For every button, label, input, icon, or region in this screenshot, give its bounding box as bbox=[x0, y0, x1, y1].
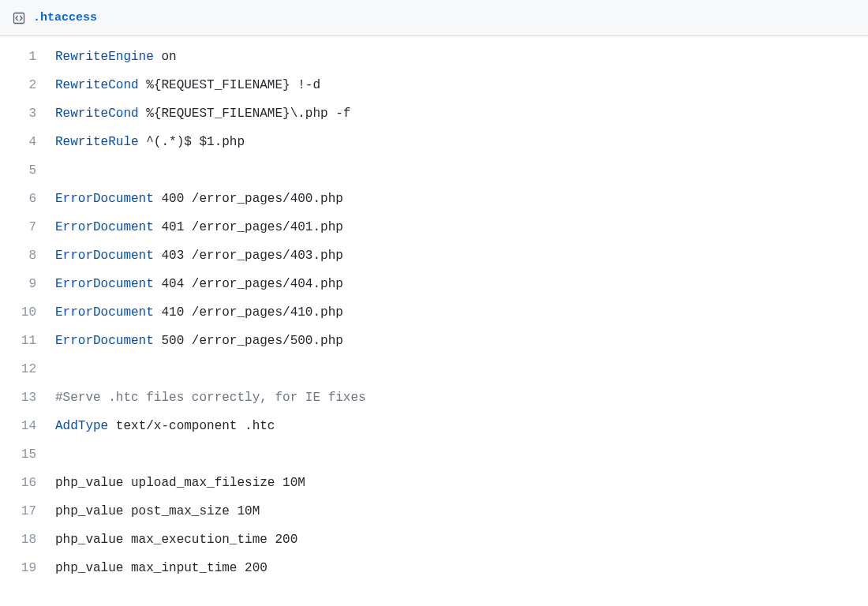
code-content[interactable]: RewriteEngine on bbox=[55, 43, 868, 71]
line-number[interactable]: 18 bbox=[0, 526, 55, 554]
code-line: 15 bbox=[0, 440, 868, 469]
code-content[interactable]: ErrorDocument 404 /error_pages/404.php bbox=[55, 270, 868, 298]
code-token: ErrorDocument bbox=[55, 220, 154, 234]
code-line: 8ErrorDocument 403 /error_pages/403.php bbox=[0, 241, 868, 270]
line-number[interactable]: 12 bbox=[0, 355, 55, 383]
code-content[interactable]: ErrorDocument 401 /error_pages/401.php bbox=[55, 213, 868, 241]
line-number[interactable]: 4 bbox=[0, 128, 55, 156]
line-number[interactable]: 7 bbox=[0, 213, 55, 241]
code-token: ErrorDocument bbox=[55, 334, 154, 348]
code-content[interactable]: ErrorDocument 500 /error_pages/500.php bbox=[55, 327, 868, 355]
code-token: php_value max_input_time 200 bbox=[55, 561, 268, 575]
code-content[interactable]: #Serve .htc files correctly, for IE fixe… bbox=[55, 383, 868, 412]
code-token: %{REQUEST_FILENAME} !-d bbox=[139, 78, 320, 92]
line-number[interactable]: 15 bbox=[0, 440, 55, 469]
code-token: AddType bbox=[55, 419, 108, 433]
code-token: php_value upload_max_filesize 10M bbox=[55, 476, 305, 490]
code-token: ErrorDocument bbox=[55, 277, 154, 291]
code-token: RewriteCond bbox=[55, 78, 139, 92]
code-content[interactable]: RewriteCond %{REQUEST_FILENAME}\.php -f bbox=[55, 99, 868, 128]
code-token: text/x-component .htc bbox=[108, 419, 275, 433]
code-token: php_value post_max_size 10M bbox=[55, 504, 260, 518]
code-line: 13#Serve .htc files correctly, for IE fi… bbox=[0, 383, 868, 412]
code-token: ErrorDocument bbox=[55, 305, 154, 320]
code-line: 3RewriteCond %{REQUEST_FILENAME}\.php -f bbox=[0, 99, 868, 128]
line-number[interactable]: 10 bbox=[0, 298, 55, 327]
code-line: 14AddType text/x-component .htc bbox=[0, 412, 868, 440]
code-content[interactable]: php_value max_input_time 200 bbox=[55, 554, 868, 582]
code-line: 7ErrorDocument 401 /error_pages/401.php bbox=[0, 213, 868, 241]
code-line: 19php_value max_input_time 200 bbox=[0, 554, 868, 582]
code-viewer: 1RewriteEngine on2RewriteCond %{REQUEST_… bbox=[0, 36, 868, 582]
code-token: 404 /error_pages/404.php bbox=[154, 277, 343, 291]
line-number[interactable]: 5 bbox=[0, 156, 55, 185]
code-line: 12 bbox=[0, 355, 868, 383]
code-line: 10ErrorDocument 410 /error_pages/410.php bbox=[0, 298, 868, 327]
code-token: %{REQUEST_FILENAME}\.php -f bbox=[139, 107, 351, 121]
code-token: RewriteEngine bbox=[55, 50, 154, 64]
code-token: on bbox=[154, 50, 177, 64]
code-token: 403 /error_pages/403.php bbox=[154, 249, 343, 263]
line-number[interactable]: 11 bbox=[0, 327, 55, 355]
code-content[interactable]: AddType text/x-component .htc bbox=[55, 412, 868, 440]
code-content[interactable]: php_value post_max_size 10M bbox=[55, 497, 868, 526]
code-line: 18php_value max_execution_time 200 bbox=[0, 526, 868, 554]
code-line: 5 bbox=[0, 156, 868, 185]
code-token: ^(.*)$ $1.php bbox=[139, 135, 245, 149]
line-number[interactable]: 19 bbox=[0, 554, 55, 582]
code-token: 401 /error_pages/401.php bbox=[154, 220, 343, 234]
file-header: .htaccess bbox=[0, 0, 868, 36]
code-token: ErrorDocument bbox=[55, 192, 154, 206]
line-number[interactable]: 17 bbox=[0, 497, 55, 526]
code-line: 1RewriteEngine on bbox=[0, 43, 868, 71]
code-line: 17php_value post_max_size 10M bbox=[0, 497, 868, 526]
line-number[interactable]: 13 bbox=[0, 383, 55, 412]
code-content[interactable]: php_value upload_max_filesize 10M bbox=[55, 469, 868, 497]
code-token: 500 /error_pages/500.php bbox=[154, 334, 343, 348]
code-line: 4RewriteRule ^(.*)$ $1.php bbox=[0, 128, 868, 156]
code-line: 16php_value upload_max_filesize 10M bbox=[0, 469, 868, 497]
line-number[interactable]: 2 bbox=[0, 71, 55, 99]
code-content[interactable]: ErrorDocument 400 /error_pages/400.php bbox=[55, 185, 868, 213]
code-content[interactable]: ErrorDocument 410 /error_pages/410.php bbox=[55, 298, 868, 327]
code-content[interactable]: php_value max_execution_time 200 bbox=[55, 526, 868, 554]
line-number[interactable]: 14 bbox=[0, 412, 55, 440]
line-number[interactable]: 6 bbox=[0, 185, 55, 213]
code-content[interactable]: RewriteCond %{REQUEST_FILENAME} !-d bbox=[55, 71, 868, 99]
code-token: 400 /error_pages/400.php bbox=[154, 192, 343, 206]
code-token: 410 /error_pages/410.php bbox=[154, 305, 343, 320]
code-line: 11ErrorDocument 500 /error_pages/500.php bbox=[0, 327, 868, 355]
code-content[interactable]: ErrorDocument 403 /error_pages/403.php bbox=[55, 241, 868, 270]
code-token: #Serve .htc files correctly, for IE fixe… bbox=[55, 391, 366, 405]
code-file-icon bbox=[13, 12, 25, 24]
code-line: 6ErrorDocument 400 /error_pages/400.php bbox=[0, 185, 868, 213]
code-line: 2RewriteCond %{REQUEST_FILENAME} !-d bbox=[0, 71, 868, 99]
code-token: ErrorDocument bbox=[55, 249, 154, 263]
line-number[interactable]: 3 bbox=[0, 99, 55, 128]
code-token: RewriteRule bbox=[55, 135, 139, 149]
line-number[interactable]: 16 bbox=[0, 469, 55, 497]
code-line: 9ErrorDocument 404 /error_pages/404.php bbox=[0, 270, 868, 298]
filename-link[interactable]: .htaccess bbox=[33, 11, 97, 24]
code-content[interactable]: RewriteRule ^(.*)$ $1.php bbox=[55, 128, 868, 156]
line-number[interactable]: 9 bbox=[0, 270, 55, 298]
line-number[interactable]: 8 bbox=[0, 241, 55, 270]
code-token: RewriteCond bbox=[55, 107, 139, 121]
code-token: php_value max_execution_time 200 bbox=[55, 533, 297, 547]
line-number[interactable]: 1 bbox=[0, 43, 55, 71]
